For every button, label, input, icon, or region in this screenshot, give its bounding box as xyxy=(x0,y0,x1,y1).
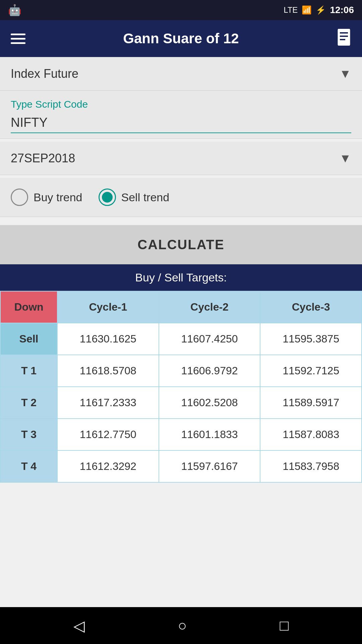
table-row: T 311612.775011601.183311587.8083 xyxy=(0,419,362,450)
cell-1-1: 11606.9792 xyxy=(159,355,260,387)
date-dropdown-arrow-icon: ▼ xyxy=(339,151,351,165)
targets-header: Buy / Sell Targets: xyxy=(0,264,362,291)
table-row: T 411612.329211597.616711583.7958 xyxy=(0,450,362,482)
svg-rect-3 xyxy=(340,39,345,40)
signal-icon: 📶 xyxy=(302,5,312,15)
android-icon: 🤖 xyxy=(8,4,21,16)
cell-0-0: 11630.1625 xyxy=(57,323,159,355)
home-button[interactable]: ○ xyxy=(178,617,187,634)
cell-1-2: 11592.7125 xyxy=(260,355,362,387)
script-input-label: Type Script Code xyxy=(11,99,351,110)
col-header-cycle1: Cycle-1 xyxy=(57,291,159,323)
cell-0-2: 11595.3875 xyxy=(260,323,362,355)
bottom-nav: ◁ ○ □ xyxy=(0,607,362,644)
table-header-row: Down Cycle-1 Cycle-2 Cycle-3 xyxy=(0,291,362,323)
sell-trend-group[interactable]: Sell trend xyxy=(99,189,170,206)
back-button[interactable]: ◁ xyxy=(73,617,85,634)
cell-3-1: 11601.1833 xyxy=(159,419,260,450)
table-row: Sell11630.162511607.425011595.3875 xyxy=(0,323,362,355)
status-time: 12:06 xyxy=(330,5,354,15)
row-label-2: T 2 xyxy=(0,387,57,419)
results-table: Down Cycle-1 Cycle-2 Cycle-3 Sell11630.1… xyxy=(0,291,362,483)
svg-rect-2 xyxy=(340,36,348,37)
row-label-0: Sell xyxy=(0,323,57,355)
col-header-down: Down xyxy=(0,291,57,323)
cell-3-2: 11587.8083 xyxy=(260,419,362,450)
content-area: Index Future ▼ Type Script Code 27SEP201… xyxy=(0,57,362,607)
battery-icon: ⚡ xyxy=(316,5,326,15)
cell-4-0: 11612.3292 xyxy=(57,450,159,482)
menu-button[interactable] xyxy=(11,34,25,44)
cell-3-0: 11612.7750 xyxy=(57,419,159,450)
calculate-button[interactable]: CALCULATE xyxy=(0,225,362,264)
date-label: 27SEP2018 xyxy=(11,151,75,165)
page-title: Gann Suare of 12 xyxy=(36,31,326,47)
index-future-dropdown[interactable]: Index Future ▼ xyxy=(0,57,362,91)
svg-rect-1 xyxy=(340,32,348,34)
recent-apps-button[interactable]: □ xyxy=(280,617,289,634)
row-label-1: T 1 xyxy=(0,355,57,387)
cell-1-0: 11618.5708 xyxy=(57,355,159,387)
dropdown-label: Index Future xyxy=(11,67,78,81)
cell-2-1: 11602.5208 xyxy=(159,387,260,419)
sell-trend-radio[interactable] xyxy=(99,189,116,206)
buy-trend-radio[interactable] xyxy=(11,189,28,206)
cell-4-1: 11597.6167 xyxy=(159,450,260,482)
top-nav: Gann Suare of 12 xyxy=(0,20,362,57)
cell-0-1: 11607.4250 xyxy=(159,323,260,355)
cell-2-0: 11617.2333 xyxy=(57,387,159,419)
sell-trend-radio-inner xyxy=(102,192,113,203)
trend-radio-group: Buy trend Sell trend xyxy=(0,178,362,217)
col-header-cycle2: Cycle-2 xyxy=(159,291,260,323)
sell-trend-label: Sell trend xyxy=(121,191,170,204)
lte-icon: LTE xyxy=(284,5,298,15)
buy-trend-label: Buy trend xyxy=(34,191,82,204)
table-row: T 211617.233311602.520811589.5917 xyxy=(0,387,362,419)
col-header-cycle3: Cycle-3 xyxy=(260,291,362,323)
targets-header-text: Buy / Sell Targets: xyxy=(135,271,227,284)
info-button[interactable] xyxy=(337,29,351,49)
date-dropdown[interactable]: 27SEP2018 ▼ xyxy=(0,142,362,175)
cell-2-2: 11589.5917 xyxy=(260,387,362,419)
cell-4-2: 11583.7958 xyxy=(260,450,362,482)
table-row: T 111618.570811606.979211592.7125 xyxy=(0,355,362,387)
script-input-container: Type Script Code xyxy=(0,91,362,139)
row-label-4: T 4 xyxy=(0,450,57,482)
status-bar: 🤖 LTE 📶 ⚡ 12:06 xyxy=(0,0,362,20)
row-label-3: T 3 xyxy=(0,419,57,450)
dropdown-arrow-icon: ▼ xyxy=(339,67,351,81)
script-code-input[interactable] xyxy=(11,113,351,133)
svg-rect-0 xyxy=(338,29,350,46)
buy-trend-group[interactable]: Buy trend xyxy=(11,189,82,206)
